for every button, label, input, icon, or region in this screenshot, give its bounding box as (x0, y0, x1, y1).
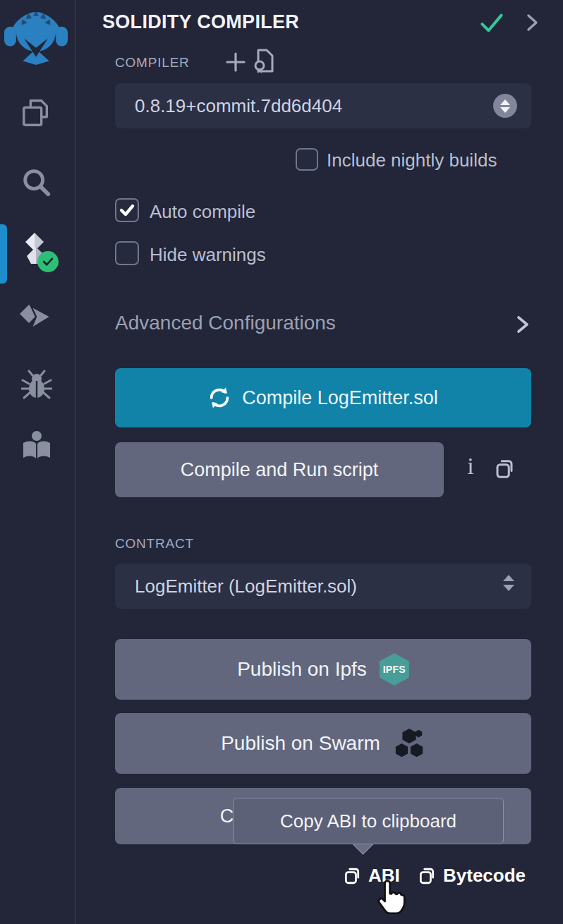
compiled-check-badge (37, 251, 59, 272)
auto-compile-checkbox[interactable] (115, 198, 139, 222)
compiler-license-file-icon[interactable] (253, 48, 275, 78)
sidebar-item-solidity-compiler[interactable] (18, 233, 52, 267)
sidebar-item-file-explorer[interactable] (19, 96, 53, 130)
copy-script-icon[interactable] (494, 458, 515, 482)
icon-sidebar (0, 0, 75, 924)
select-arrows-icon (493, 94, 517, 118)
tooltip-text: Copy ABI to clipboard (280, 810, 456, 832)
contract-select-value: LogEmitter (LogEmitter.sol) (135, 576, 357, 597)
hide-warnings-label: Hide warnings (150, 244, 266, 266)
copy-bytecode-label: Bytecode (443, 865, 526, 887)
compile-and-run-button[interactable]: Compile and Run script (115, 442, 444, 497)
advanced-configurations-toggle[interactable]: Advanced Configurations (115, 312, 336, 334)
contract-section-label: CONTRACT (115, 536, 194, 552)
include-nightly-checkbox[interactable] (296, 148, 318, 171)
collapse-panel-chevron-icon[interactable] (523, 13, 540, 35)
publish-ipfs-button[interactable]: Publish on Ipfs IPFS (115, 639, 531, 700)
include-nightly-label: Include nightly builds (327, 150, 497, 171)
swarm-logo-icon (393, 727, 425, 760)
contract-select[interactable]: LogEmitter (LogEmitter.sol) (115, 564, 531, 609)
advanced-configurations-chevron-icon[interactable] (514, 315, 531, 337)
copy-abi-label: ABI (368, 865, 400, 887)
publish-swarm-button[interactable]: Publish on Swarm (115, 713, 531, 774)
copy-abi-tooltip: Copy ABI to clipboard (233, 798, 504, 844)
info-icon[interactable]: i (463, 453, 478, 480)
copy-bytecode-button[interactable]: Bytecode (418, 865, 526, 887)
copy-icon (418, 867, 436, 885)
sidebar-item-deploy-and-run[interactable] (18, 300, 52, 334)
select-arrows-icon (503, 575, 514, 591)
compile-and-run-label: Compile and Run script (181, 459, 379, 481)
hide-warnings-checkbox[interactable] (115, 241, 139, 265)
add-custom-compiler-icon[interactable] (224, 51, 247, 76)
active-plugin-indicator (0, 224, 7, 284)
publish-ipfs-label: Publish on Ipfs (237, 658, 367, 681)
remix-logo-icon[interactable] (3, 1, 69, 65)
sidebar-item-search[interactable] (19, 165, 53, 199)
compiler-section-label: COMPILER (115, 55, 190, 71)
auto-compile-label: Auto compile (150, 201, 255, 223)
compile-button[interactable]: Compile LogEmitter.sol (115, 368, 531, 427)
sidebar-item-debugger[interactable] (20, 368, 54, 402)
compile-button-label: Compile LogEmitter.sol (242, 387, 438, 409)
page-title: SOLIDITY COMPILER (102, 11, 299, 33)
publish-swarm-label: Publish on Swarm (221, 732, 380, 755)
sidebar-item-learneth[interactable] (20, 429, 54, 463)
copy-abi-button[interactable]: ABI (343, 865, 400, 887)
compile-success-icon (480, 13, 504, 37)
compiler-version-select[interactable]: 0.8.19+commit.7dd6d404 (115, 83, 531, 128)
refresh-icon (208, 387, 231, 409)
copy-icon (343, 867, 361, 885)
ipfs-logo-icon: IPFS (380, 653, 409, 686)
compiler-version-value: 0.8.19+commit.7dd6d404 (135, 95, 342, 117)
